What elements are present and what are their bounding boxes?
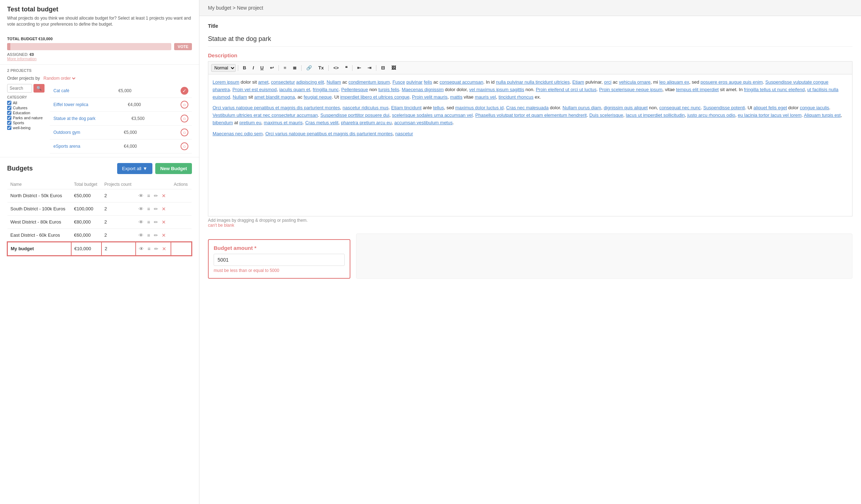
category-label: CATEGORY xyxy=(7,95,46,99)
assigned-label: ASSIGNED: €0 xyxy=(7,52,192,57)
breadcrumb: My budget > New project xyxy=(208,5,852,11)
editor-hint: Add images by dragging & dropping or pas… xyxy=(208,218,852,228)
view-icon[interactable]: 👁 xyxy=(139,193,144,199)
project-check-eiffel[interactable]: ○ xyxy=(181,101,188,109)
category-parks-checkbox[interactable] xyxy=(7,116,11,120)
list-icon[interactable]: ≡ xyxy=(147,193,150,199)
clear-format-button[interactable]: Tx xyxy=(316,64,326,72)
editor-paragraph-1: Lorem ipsum dolor sit amet, consectetur … xyxy=(213,79,848,101)
project-name-statue[interactable]: Statue at the dog park xyxy=(53,116,95,121)
list-unordered-button[interactable]: ≡ xyxy=(281,64,289,72)
export-button[interactable]: Export all ▼ xyxy=(117,163,152,174)
order-select[interactable]: Random order xyxy=(42,75,77,81)
category-sports-checkbox[interactable] xyxy=(7,121,11,125)
project-check-esports[interactable]: ○ xyxy=(181,142,188,150)
col-total: Total budget xyxy=(71,180,101,189)
budget-amount-section: Budget amount * must be less than or equ… xyxy=(208,239,350,279)
image-button[interactable]: 🖼 xyxy=(389,64,398,72)
vote-button[interactable]: VOTE xyxy=(174,43,192,50)
category-education-checkbox[interactable] xyxy=(7,111,11,115)
delete-icon[interactable]: ✕ xyxy=(162,232,166,238)
view-icon[interactable]: 👁 xyxy=(139,219,144,225)
delete-icon[interactable]: ✕ xyxy=(162,193,166,199)
delete-icon[interactable]: ✕ xyxy=(162,219,166,225)
budget-amount-input[interactable] xyxy=(214,254,345,266)
delete-icon[interactable]: ✕ xyxy=(162,246,166,252)
table-row: South District - 100k Euros €100,000 2 👁… xyxy=(7,202,192,215)
underline-button[interactable]: U xyxy=(258,64,266,72)
project-name-eiffel[interactable]: Eiffel tower replica xyxy=(53,102,88,107)
view-icon[interactable]: 👁 xyxy=(139,232,144,238)
budget-count: 2 xyxy=(101,229,136,242)
link-remove-button[interactable]: ↩ xyxy=(267,64,276,72)
embed-button[interactable]: ⊟ xyxy=(379,64,387,72)
list-icon[interactable]: ≡ xyxy=(147,246,150,252)
search-button[interactable]: 🔍 xyxy=(33,84,45,93)
budget-name: South District - 100k Euros xyxy=(7,202,71,215)
title-value: Statue at the dog park xyxy=(208,32,852,47)
italic-button[interactable]: I xyxy=(250,64,256,72)
view-icon[interactable]: 👁 xyxy=(139,206,144,212)
budget-actions-icons: 👁 ≡ ✏ ✕ xyxy=(136,215,171,229)
link-button[interactable]: 🔗 xyxy=(304,64,314,72)
edit-icon[interactable]: ✏ xyxy=(154,232,158,238)
table-header-row: Name Total budget Projects count Actions xyxy=(7,180,192,189)
category-wellbeing: well-being xyxy=(7,126,46,130)
budget-actions-icons: 👁 ≡ ✏ ✕ xyxy=(136,229,171,242)
projects-list: Cat café €5,000 ✓ Eiffel tower replica €… xyxy=(50,84,192,153)
edit-icon[interactable]: ✏ xyxy=(154,219,158,225)
right-content: Title Statue at the dog park Description… xyxy=(199,16,861,286)
edit-icon[interactable]: ✏ xyxy=(154,193,158,199)
delete-icon[interactable]: ✕ xyxy=(162,206,166,212)
editor-paragraph-2: Orci varius natoque penatibus et magnis … xyxy=(213,104,848,126)
category-cultures-checkbox[interactable] xyxy=(7,106,11,110)
indent-left-button[interactable]: ⇤ xyxy=(355,64,364,72)
code-button[interactable]: <> xyxy=(331,64,341,72)
quote-button[interactable]: ❝ xyxy=(343,64,350,72)
project-check-statue[interactable]: ○ xyxy=(181,115,188,122)
progress-bar-container: VOTE xyxy=(7,43,192,50)
table-row: North District - 50k Euros €50,000 2 👁 ≡… xyxy=(7,189,192,202)
new-budget-button[interactable]: New Budget xyxy=(155,163,192,174)
budget-amount-label: Budget amount * xyxy=(214,245,345,251)
search-input[interactable] xyxy=(7,84,32,93)
view-icon[interactable]: 👁 xyxy=(139,246,144,252)
category-wellbeing-checkbox[interactable] xyxy=(7,126,11,130)
right-header: My budget > New project xyxy=(199,0,861,16)
format-select[interactable]: Normal xyxy=(211,64,236,72)
editor-area[interactable]: Lorem ipsum dolor sit amet, consectetur … xyxy=(208,74,852,216)
col-count: Projects count xyxy=(101,180,136,189)
list-icon[interactable]: ≡ xyxy=(147,232,150,238)
extra-field-area xyxy=(356,233,852,279)
toolbar-divider-5 xyxy=(352,65,353,71)
project-name-catcafe[interactable]: Cat café xyxy=(53,88,69,93)
budget-total: €100,000 xyxy=(71,202,101,215)
progress-bar xyxy=(7,43,171,50)
editor-paragraph-3: Maecenas nec odio sem. Orci varius natoq… xyxy=(213,130,848,138)
project-check-gym[interactable]: ○ xyxy=(181,128,188,136)
col-actions: Actions xyxy=(171,180,192,189)
right-panel: My budget > New project Title Statue at … xyxy=(199,0,861,504)
more-info-link[interactable]: More information xyxy=(7,57,192,61)
project-check-catcafe[interactable]: ✓ xyxy=(181,87,188,95)
list-item: Eiffel tower replica €4,000 ○ xyxy=(50,98,192,112)
edit-icon[interactable]: ✏ xyxy=(154,246,158,252)
budget-count: 2 xyxy=(101,189,136,202)
list-ordered-button[interactable]: ≣ xyxy=(290,64,299,72)
indent-right-button[interactable]: ⇥ xyxy=(365,64,374,72)
category-all-checkbox[interactable] xyxy=(7,101,11,105)
budgets-section: Budgets Export all ▼ New Budget Name Tot… xyxy=(0,157,199,262)
bold-button[interactable]: B xyxy=(240,64,249,72)
edit-icon[interactable]: ✏ xyxy=(154,206,158,212)
project-name-gym[interactable]: Outdoors gym xyxy=(53,130,80,135)
budget-count: 2 xyxy=(101,215,136,229)
list-icon[interactable]: ≡ xyxy=(147,206,150,212)
list-icon[interactable]: ≡ xyxy=(147,219,150,225)
list-item: eSports arena €4,000 ○ xyxy=(50,140,192,153)
project-name-esports[interactable]: eSports arena xyxy=(53,144,80,149)
description-label: Description xyxy=(208,52,852,58)
budget-total: €80,000 xyxy=(71,215,101,229)
budgets-header: Budgets Export all ▼ New Budget xyxy=(7,163,192,174)
budget-count: 2 xyxy=(101,202,136,215)
category-education: Education xyxy=(7,111,46,115)
